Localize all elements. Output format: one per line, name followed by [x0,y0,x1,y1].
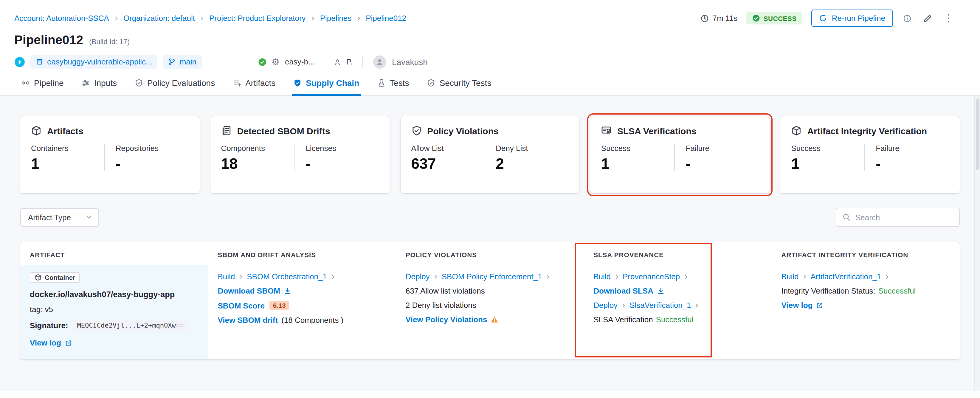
chevron-right-icon [683,273,689,280]
table-header-row: ARTIFACT SBOM AND DRIFT ANALYSIS POLICY … [20,242,960,265]
search-box [836,208,960,227]
policy-stage-path: Deploy SBOM Policy Enforcement_1 [406,272,574,281]
column-header-artifact: ARTIFACT [20,251,208,258]
container-type-badge: Container [30,272,80,283]
cube-icon [791,125,802,136]
tab-label: Inputs [94,78,117,88]
app-window: Account: Automation-SSCA Organization: d… [0,0,980,398]
breadcrumb: Account: Automation-SSCA Organization: d… [14,14,406,23]
view-policy-violations-link[interactable]: View Policy Violations [406,315,574,324]
tab-tests[interactable]: Tests [377,78,409,96]
view-sbom-drift-link[interactable]: View SBOM drift [218,316,278,324]
sbom-stage-path: Build SBOM Orchestration_1 [218,272,386,281]
tab-artifacts[interactable]: Artifacts [233,78,275,96]
artifact-image-name: docker.io/lavakush07/easy-buggy-app [30,290,199,299]
divider [363,56,363,68]
download-sbom-link[interactable]: Download SBOM [218,286,386,296]
vertical-scrollbar[interactable] [974,96,980,391]
metric-label: Allow List [411,144,484,153]
edit-pipeline-button[interactable] [921,12,934,24]
repo-chip[interactable]: easybuggy-vulnerable-applic... [30,55,158,69]
step-link[interactable]: SBOM Orchestration_1 [247,272,327,281]
success-check-icon [752,14,760,22]
drift-component-count: (18 Components ) [282,316,344,324]
step-link[interactable]: ArtifactVerification_1 [810,272,881,281]
tab-label: Policy Evaluations [147,78,215,88]
download-icon [657,287,665,295]
step-link[interactable]: SBOM Policy Enforcement_1 [442,272,542,281]
step-link[interactable]: SlsaVerification_1 [630,301,691,310]
metric-value: 1 [31,156,104,171]
pencil-icon [923,13,932,23]
type-badge-label: Container [45,274,75,281]
user-icon [334,58,341,66]
card-metric: Deny List 2 [484,144,569,171]
stage-link[interactable]: Deploy [406,272,430,281]
more-options-button[interactable]: ⋮ [942,12,955,24]
stage-link[interactable]: Build [781,272,799,281]
certificate-icon [601,125,612,136]
tab-security-tests[interactable]: Security Tests [427,78,492,96]
artifact-cell: Container docker.io/lavakush07/easy-bugg… [20,265,208,359]
metric-value: - [876,156,949,171]
view-log-label: View log [781,301,813,310]
chevron-right-icon [545,273,551,280]
scrollbar-thumb[interactable] [976,99,979,170]
stage-link[interactable]: Build [218,272,235,281]
card-metric: Containers 1 [31,144,104,171]
repository-icon [36,58,43,66]
download-slsa-link[interactable]: Download SLSA [593,286,762,296]
tab-supply-chain[interactable]: Supply Chain [293,78,359,96]
tab-inputs[interactable]: Inputs [82,78,117,96]
card-metric: Failure - [675,144,759,171]
breadcrumb-account[interactable]: Account: Automation-SSCA [14,14,109,23]
breadcrumb-pipeline012[interactable]: Pipeline012 [366,14,406,23]
artifact-view-log-link[interactable]: View log [30,338,199,347]
tab-pipeline[interactable]: Pipeline [21,78,64,96]
metric-label: Containers [31,144,104,153]
card-title: SLSA Verifications [617,126,697,136]
search-input[interactable] [856,213,953,222]
slsa-cell: Build ProvenanceStep Download SLSA Deplo… [584,265,772,359]
integrity-view-log-link[interactable]: View log [781,301,950,310]
slsa-verification-stage-path: Deploy SlsaVerification_1 [593,301,762,310]
info-icon [903,14,912,22]
breadcrumb-project[interactable]: Project: Product Exploratory [209,14,306,23]
dropdown-label: Artifact Type [28,213,71,222]
artifact-type-dropdown[interactable]: Artifact Type [20,208,99,227]
top-actions: 7m 11s SUCCESS Re-run Pipeline ⋮ [700,10,955,27]
metric-value: 637 [411,156,484,171]
chevron-right-icon [238,273,244,280]
card-title: Policy Violations [427,126,499,136]
metric-label: Failure [686,144,759,153]
stage-link[interactable]: Deploy [593,301,617,310]
stage-link[interactable]: Build [593,272,611,281]
breadcrumb-pipelines[interactable]: Pipelines [320,14,352,23]
metric-label: Success [791,144,864,153]
status-prefix: Integrity Verification Status: [781,286,875,296]
card-title: Artifacts [47,126,83,136]
warning-icon [491,316,498,323]
rerun-label: Re-run Pipeline [832,14,885,23]
card-metric: Components 18 [221,144,294,171]
trigger-text: easy-b... [285,57,315,66]
tab-policy-evaluations[interactable]: Policy Evaluations [135,78,215,96]
external-link-icon [65,339,72,346]
branch-chip[interactable]: main [163,55,202,69]
top-bar: Account: Automation-SSCA Organization: d… [0,0,980,27]
avatar [374,55,387,68]
sbom-score-link[interactable]: SBOM Score [218,301,265,310]
breadcrumb-organization[interactable]: Organization: default [123,14,195,23]
gear-icon: ⚙ [272,57,280,66]
search-icon [842,213,851,221]
step-link[interactable]: ProvenanceStep [623,272,680,281]
clock-icon [700,14,709,22]
rerun-pipeline-button[interactable]: Re-run Pipeline [811,10,893,27]
column-header-policy: POLICY VIOLATIONS [396,251,584,258]
info-button[interactable] [902,13,913,24]
metric-value: 1 [601,156,675,171]
view-policy-label: View Policy Violations [406,315,487,324]
tab-label: Supply Chain [306,78,359,88]
cube-icon [31,125,42,136]
card-metric: Repositories - [104,144,189,171]
